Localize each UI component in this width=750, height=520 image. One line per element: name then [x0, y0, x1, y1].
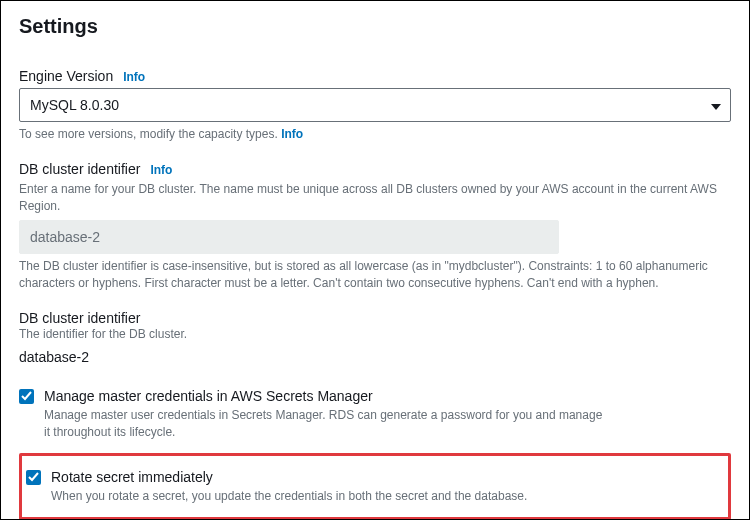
cluster-id-display-desc: The identifier for the DB cluster.: [19, 326, 731, 343]
secrets-manager-checkbox[interactable]: [19, 389, 34, 404]
engine-version-hint-text: To see more versions, modify the capacit…: [19, 127, 281, 141]
rotate-secret-highlight: Rotate secret immediately When you rotat…: [19, 453, 731, 520]
rotate-secret-checkbox[interactable]: [26, 470, 41, 485]
engine-version-info-link[interactable]: Info: [123, 70, 145, 84]
cluster-id-input-constraint: The DB cluster identifier is case-insens…: [19, 258, 731, 292]
engine-version-value: MySQL 8.0.30: [30, 97, 119, 113]
engine-version-label-row: Engine Version Info: [19, 68, 731, 84]
secrets-manager-desc: Manage master user credentials in Secret…: [44, 407, 604, 441]
rotate-secret-label: Rotate secret immediately: [51, 468, 720, 486]
engine-version-select[interactable]: MySQL 8.0.30: [19, 88, 731, 122]
cluster-id-input-label: DB cluster identifier: [19, 161, 140, 177]
cluster-id-display-value: database-2: [19, 349, 731, 365]
cluster-id-input-desc: Enter a name for your DB cluster. The na…: [19, 181, 731, 215]
rotate-secret-desc: When you rotate a secret, you update the…: [51, 488, 611, 505]
cluster-id-input-field: DB cluster identifier Info Enter a name …: [19, 161, 731, 292]
engine-version-label: Engine Version: [19, 68, 113, 84]
check-icon: [28, 472, 39, 483]
secrets-manager-row: Manage master credentials in AWS Secrets…: [19, 383, 731, 445]
rotate-secret-row: Rotate secret immediately When you rotat…: [26, 464, 720, 509]
rotate-secret-body: Rotate secret immediately When you rotat…: [51, 468, 720, 505]
cluster-id-display-field: DB cluster identifier The identifier for…: [19, 310, 731, 365]
secrets-manager-label: Manage master credentials in AWS Secrets…: [44, 387, 731, 405]
cluster-id-display-label: DB cluster identifier: [19, 310, 731, 326]
engine-version-field: Engine Version Info MySQL 8.0.30 To see …: [19, 68, 731, 143]
engine-version-hint: To see more versions, modify the capacit…: [19, 126, 731, 143]
engine-version-hint-info-link[interactable]: Info: [281, 127, 303, 141]
engine-version-select-wrap: MySQL 8.0.30: [19, 88, 731, 122]
secrets-manager-body: Manage master credentials in AWS Secrets…: [44, 387, 731, 441]
page-title: Settings: [19, 15, 731, 38]
settings-panel: Settings Engine Version Info MySQL 8.0.3…: [0, 0, 750, 520]
cluster-id-input[interactable]: database-2: [19, 220, 559, 254]
cluster-id-input-label-row: DB cluster identifier Info: [19, 161, 731, 177]
check-icon: [21, 391, 32, 402]
cluster-id-input-info-link[interactable]: Info: [150, 163, 172, 177]
cluster-id-input-value: database-2: [30, 229, 100, 245]
